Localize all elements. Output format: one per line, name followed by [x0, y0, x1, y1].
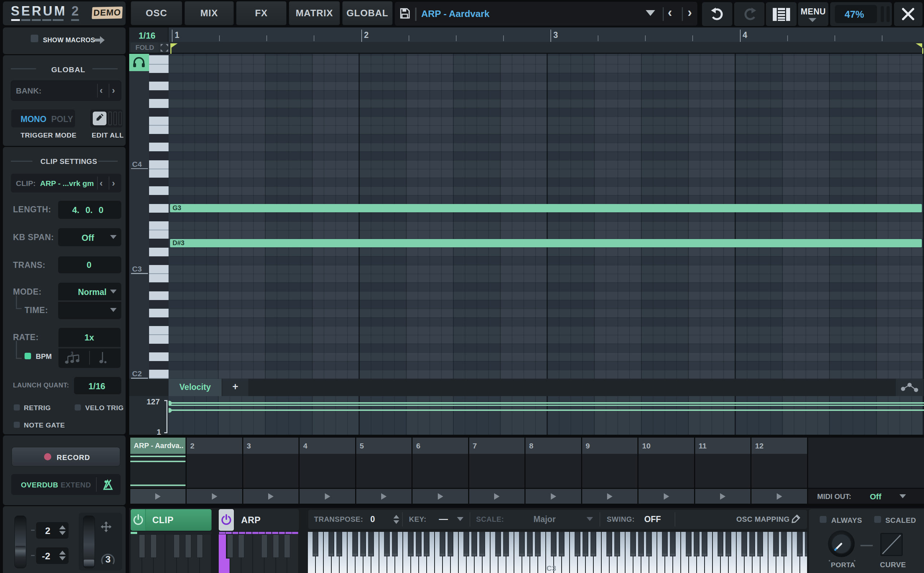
- svg-text:SERUM: SERUM: [11, 4, 67, 19]
- svg-text:2: 2: [72, 4, 79, 19]
- svg-text:3: 3: [105, 554, 111, 565]
